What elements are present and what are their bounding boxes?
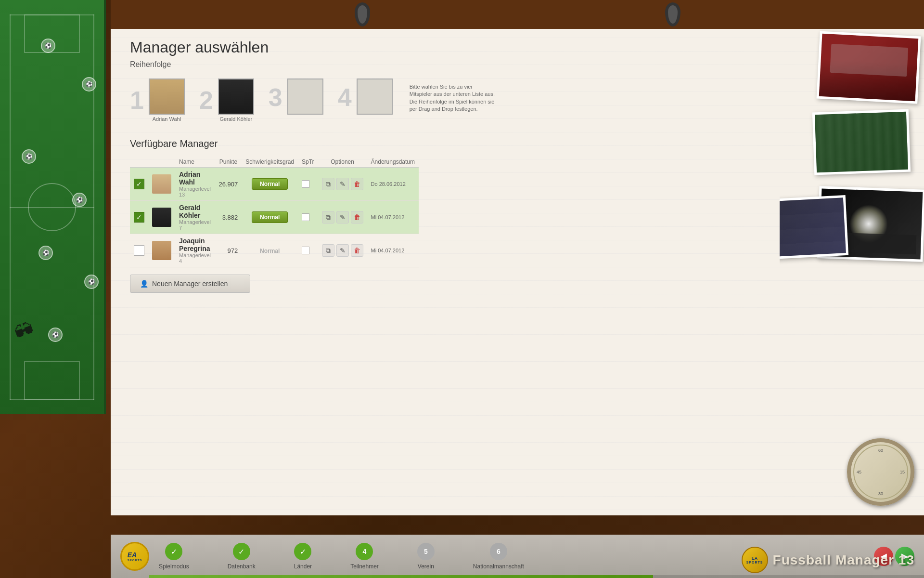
manager-name-1: Adrian Wahl bbox=[179, 171, 211, 186]
manager-avatar-2 bbox=[152, 208, 171, 227]
checkbox-3[interactable] bbox=[134, 245, 144, 256]
step-label-5: Verein bbox=[418, 563, 434, 570]
table-row: Joaquin Peregrina Managerlevel 4 972 Nor… bbox=[130, 234, 419, 267]
nav-step-6[interactable]: 6 Nationalmannschaft bbox=[473, 543, 524, 570]
slot-name-1: Adrian Wahl bbox=[153, 116, 181, 122]
manager-level-1: Managerlevel 13 bbox=[179, 186, 211, 197]
binder-rings bbox=[111, 0, 924, 29]
step-circle-6: 6 bbox=[490, 543, 507, 560]
manager-points-2: 3.882 bbox=[215, 201, 242, 234]
manager-name-3: Joaquin Peregrina bbox=[179, 237, 211, 252]
edit-btn-2[interactable]: ✎ bbox=[336, 211, 349, 223]
col-sptr: SpTr bbox=[298, 157, 318, 168]
player-icon-2: ⚽ bbox=[82, 77, 96, 92]
col-optionen: Optionen bbox=[318, 157, 367, 168]
manager-date-1: Do 28.06.2012 bbox=[367, 168, 419, 201]
actions-1: ⧉ ✎ 🗑 bbox=[322, 178, 363, 190]
manager-date-3: Mi 04.07.2012 bbox=[367, 234, 419, 267]
sptr-check-3[interactable] bbox=[302, 247, 309, 254]
difficulty-btn-1[interactable]: Normal bbox=[252, 178, 288, 190]
create-manager-button[interactable]: 👤 Neuen Manager erstellen bbox=[130, 275, 250, 293]
row-check-2[interactable]: ✓ bbox=[130, 201, 148, 234]
table-row: ✓ Gerald Köhler Managerlevel 7 3.882 Nor… bbox=[130, 201, 419, 234]
copy-btn-2[interactable]: ⧉ bbox=[322, 211, 334, 223]
player-icon-3: ⚽ bbox=[22, 149, 36, 164]
step-circle-1: ✓ bbox=[165, 543, 182, 560]
ea-circle-brand: EA SPORTS bbox=[742, 547, 768, 573]
slot-photo-3 bbox=[287, 79, 323, 115]
delete-btn-1[interactable]: 🗑 bbox=[351, 178, 363, 190]
sptr-check-1[interactable] bbox=[302, 180, 309, 188]
manager-avatar-3 bbox=[152, 241, 171, 260]
photo-crowd bbox=[812, 109, 911, 175]
step-label-2: Datenbank bbox=[228, 563, 256, 570]
step-label-6: Nationalmannschaft bbox=[473, 563, 524, 570]
slot-4: 4 bbox=[338, 79, 393, 116]
step-circle-3: ✓ bbox=[294, 543, 311, 560]
slot-number-1: 1 bbox=[130, 88, 144, 113]
progress-fill bbox=[149, 575, 653, 578]
copy-btn-1[interactable]: ⧉ bbox=[322, 178, 334, 190]
nav-step-2[interactable]: ✓ Datenbank bbox=[228, 543, 256, 570]
row-check-3[interactable] bbox=[130, 234, 148, 267]
slot-2: 2 Gerald Köhler bbox=[199, 79, 254, 122]
step-circle-4: 4 bbox=[356, 543, 373, 560]
step-label-3: Länder bbox=[294, 563, 312, 570]
edit-btn-1[interactable]: ✎ bbox=[336, 178, 349, 190]
slot-name-2: Gerald Köhler bbox=[219, 116, 252, 122]
nav-step-5[interactable]: 5 Verein bbox=[417, 543, 435, 570]
col-schwierigkeit: Schwierigkeitsgrad bbox=[242, 157, 298, 168]
step-label-1: Spielmodus bbox=[159, 563, 189, 570]
field-decoration: ⚽ ⚽ ⚽ ⚽ ⚽ ⚽ ⚽ 🕶 bbox=[0, 0, 106, 414]
slot-photo-1 bbox=[149, 79, 185, 115]
ring-2 bbox=[665, 2, 680, 26]
fm-title: Fussball Manager 13 bbox=[773, 552, 914, 568]
row-check-1[interactable]: ✓ bbox=[130, 168, 148, 201]
edit-btn-3[interactable]: ✎ bbox=[336, 244, 349, 257]
manager-name-2: Gerald Köhler bbox=[179, 204, 211, 219]
sports-text: SPORTS bbox=[746, 561, 763, 564]
col-check bbox=[130, 157, 148, 168]
manager-date-2: Mi 04.07.2012 bbox=[367, 201, 419, 234]
stopwatch-decoration: 60 15 30 45 bbox=[842, 414, 919, 511]
manager-points-3: 972 bbox=[215, 234, 242, 267]
ea-text: EA bbox=[752, 556, 758, 561]
step-circle-5: 5 bbox=[417, 543, 435, 560]
manager-level-2: Managerlevel 7 bbox=[179, 219, 211, 231]
col-datum: Änderungsdatum bbox=[367, 157, 419, 168]
slot-3: 3 bbox=[269, 79, 323, 116]
slot-number-3: 3 bbox=[269, 85, 282, 110]
nav-step-4[interactable]: 4 Teilnehmer bbox=[350, 543, 379, 570]
copy-btn-3[interactable]: ⧉ bbox=[322, 244, 334, 257]
sptr-check-2[interactable] bbox=[302, 213, 309, 221]
manager-level-3: Managerlevel 4 bbox=[179, 252, 211, 264]
player-icon-6: ⚽ bbox=[84, 275, 99, 289]
player-icon-7: ⚽ bbox=[48, 328, 63, 342]
player-icon-5: ⚽ bbox=[38, 246, 53, 260]
slot-number-2: 2 bbox=[199, 88, 213, 113]
difficulty-inactive-3: Normal bbox=[252, 246, 287, 256]
fm-brand: EA SPORTS Fussball Manager 13 bbox=[742, 547, 914, 573]
progress-bar bbox=[149, 575, 924, 578]
create-icon: 👤 bbox=[140, 280, 148, 288]
slot-number-4: 4 bbox=[338, 85, 352, 110]
checkbox-2[interactable]: ✓ bbox=[134, 212, 144, 223]
ea-logo: EA SPORTS bbox=[120, 542, 149, 571]
delete-btn-3[interactable]: 🗑 bbox=[351, 244, 363, 257]
ring-1 bbox=[355, 2, 370, 26]
difficulty-btn-2[interactable]: Normal bbox=[252, 211, 288, 223]
actions-2: ⧉ ✎ 🗑 bbox=[322, 211, 363, 223]
col-name: Name bbox=[175, 157, 215, 168]
nav-step-3[interactable]: ✓ Länder bbox=[294, 543, 312, 570]
col-avatar bbox=[148, 157, 175, 168]
slot-photo-4 bbox=[357, 79, 393, 115]
step-circle-2: ✓ bbox=[233, 543, 250, 560]
photo-team bbox=[780, 195, 848, 260]
info-text: Bitte wählen Sie bis zu vier Mitspieler … bbox=[410, 83, 496, 113]
slot-photo-2 bbox=[218, 79, 254, 115]
nav-step-1[interactable]: ✓ Spielmodus bbox=[159, 543, 189, 570]
actions-3: ⧉ ✎ 🗑 bbox=[322, 244, 363, 257]
delete-btn-2[interactable]: 🗑 bbox=[351, 211, 363, 223]
checkbox-1[interactable]: ✓ bbox=[134, 179, 144, 189]
col-punkte: Punkte bbox=[215, 157, 242, 168]
